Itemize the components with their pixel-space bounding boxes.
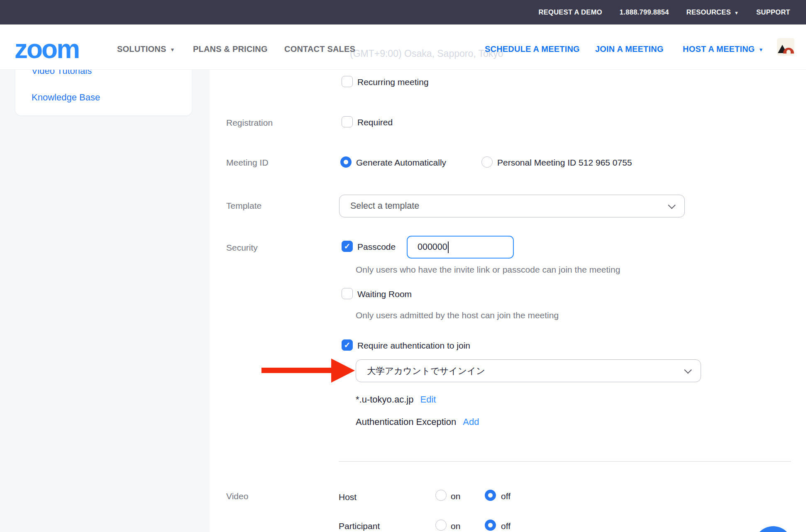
nav-join-meeting[interactable]: JOIN A MEETING bbox=[595, 44, 664, 54]
waiting-room-checkbox[interactable] bbox=[342, 288, 353, 299]
nav-schedule-meeting[interactable]: SCHEDULE A MEETING bbox=[485, 44, 580, 54]
auth-method-value: 大学アカウントでサインイン bbox=[367, 365, 485, 377]
registration-required-checkbox[interactable] bbox=[342, 116, 353, 127]
video-participant-on-radio[interactable] bbox=[435, 520, 447, 531]
user-avatar[interactable] bbox=[777, 38, 794, 56]
passcode-label: Passcode bbox=[357, 242, 396, 252]
annotation-arrow-icon bbox=[331, 359, 355, 383]
meeting-id-generate-label: Generate Automatically bbox=[356, 158, 446, 168]
passcode-help-text: Only users who have the invite link or p… bbox=[356, 265, 620, 275]
passcode-input[interactable]: 000000 bbox=[407, 236, 514, 259]
request-demo-link[interactable]: REQUEST A DEMO bbox=[538, 8, 602, 16]
auth-method-select[interactable]: 大学アカウントでサインイン bbox=[356, 359, 701, 382]
section-divider bbox=[339, 461, 791, 462]
recurring-meeting-label: Recurring meeting bbox=[357, 77, 429, 87]
nav-plans-pricing[interactable]: PLANS & PRICING bbox=[193, 44, 268, 54]
nav-host-meeting-label: HOST A MEETING bbox=[683, 44, 755, 54]
waiting-room-label: Waiting Room bbox=[357, 289, 412, 299]
help-chat-button[interactable] bbox=[754, 526, 792, 532]
annotation-arrow-shaft bbox=[261, 368, 332, 373]
text-caret bbox=[448, 242, 449, 253]
avatar-red-arch-inner bbox=[786, 50, 791, 54]
edit-link[interactable]: Edit bbox=[420, 394, 436, 405]
waiting-room-help-text: Only users admitted by the host can join… bbox=[356, 310, 559, 320]
chevron-down-icon: ▼ bbox=[759, 46, 764, 52]
nav-solutions[interactable]: SOLUTIONS ▼ bbox=[117, 44, 175, 54]
video-host-on-radio[interactable] bbox=[435, 490, 447, 501]
ghost-timezone-text: (GMT+9:00) Osaka, Sapporo, Tokyo bbox=[350, 48, 503, 59]
video-host-off-label: off bbox=[501, 491, 510, 501]
meeting-id-generate-radio[interactable] bbox=[340, 156, 352, 168]
passcode-value: 000000 bbox=[418, 242, 447, 252]
resources-menu[interactable]: RESOURCES ▼ bbox=[686, 8, 739, 16]
registration-label: Registration bbox=[226, 118, 273, 128]
require-auth-checkbox[interactable] bbox=[342, 339, 353, 351]
zoom-logo[interactable]: zoom bbox=[15, 36, 79, 62]
chevron-down-icon bbox=[668, 201, 675, 209]
chevron-down-icon bbox=[684, 366, 691, 373]
chevron-down-icon: ▼ bbox=[734, 10, 739, 15]
phone-number[interactable]: 1.888.799.8854 bbox=[620, 8, 669, 16]
auth-domain-row: *.u-tokyo.ac.jp Edit bbox=[356, 394, 436, 405]
chevron-down-icon: ▼ bbox=[170, 46, 175, 52]
video-participant-on-label: on bbox=[451, 521, 460, 531]
video-participant-label: Participant bbox=[339, 521, 380, 531]
nav-contact-sales[interactable]: CONTACT SALES bbox=[284, 44, 355, 54]
registration-required-label: Required bbox=[357, 117, 393, 127]
video-participant-off-label: off bbox=[501, 521, 510, 531]
nav-solutions-label: SOLUTIONS bbox=[117, 44, 166, 54]
auth-domain: *.u-tokyo.ac.jp bbox=[356, 394, 413, 405]
auth-exception-label: Authentication Exception bbox=[356, 417, 456, 427]
meeting-id-label: Meeting ID bbox=[226, 158, 269, 168]
template-select-value: Select a template bbox=[350, 201, 419, 211]
template-label: Template bbox=[226, 201, 261, 211]
video-participant-off-radio[interactable] bbox=[485, 520, 496, 531]
video-host-off-radio[interactable] bbox=[485, 490, 496, 501]
resources-label: RESOURCES bbox=[686, 8, 731, 16]
require-auth-label: Require authentication to join bbox=[357, 341, 470, 351]
template-select[interactable]: Select a template bbox=[339, 195, 685, 217]
video-host-on-label: on bbox=[451, 491, 460, 501]
support-link[interactable]: SUPPORT bbox=[756, 8, 790, 16]
utility-topbar: REQUEST A DEMO 1.888.799.8854 RESOURCES … bbox=[0, 0, 806, 24]
nav-host-meeting[interactable]: HOST A MEETING ▼ bbox=[683, 44, 764, 54]
passcode-checkbox[interactable] bbox=[342, 241, 353, 252]
security-label: Security bbox=[226, 243, 258, 253]
video-label: Video bbox=[226, 491, 248, 501]
add-link[interactable]: Add bbox=[463, 417, 479, 427]
meeting-id-personal-radio[interactable] bbox=[481, 156, 493, 168]
sidebar-item-knowledge-base[interactable]: Knowledge Base bbox=[32, 92, 100, 103]
meeting-id-personal-label: Personal Meeting ID 512 965 0755 bbox=[497, 158, 632, 168]
auth-exception-row: Authentication Exception Add bbox=[356, 417, 479, 427]
video-host-label: Host bbox=[339, 492, 357, 502]
recurring-meeting-checkbox[interactable] bbox=[342, 76, 353, 87]
